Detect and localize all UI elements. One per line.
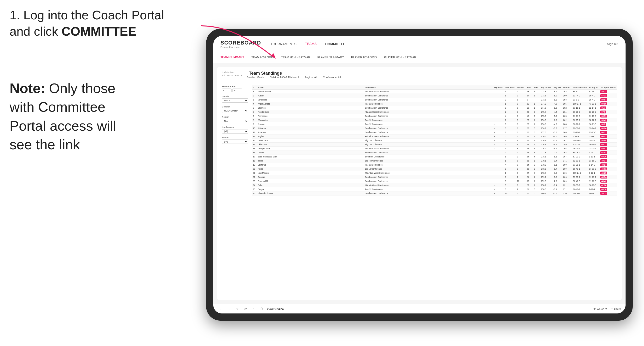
- table-cell: 8: [252, 118, 256, 122]
- table-cell: 9: [516, 171, 525, 175]
- conference-filter-group: Conference (All): [222, 126, 248, 134]
- table-cell: 8: [516, 98, 525, 102]
- toolbar-share-small[interactable]: ↑: [251, 307, 256, 311]
- table-header: # School Conference Reg Rank Conf Rank N…: [252, 85, 617, 90]
- division-select[interactable]: NCAA Division I: [222, 109, 248, 113]
- table-cell: 23: [525, 90, 532, 94]
- table-cell: –: [492, 159, 504, 163]
- table-row: 20TexasBig 12 Conference–39286278.9-0.72…: [252, 167, 617, 171]
- table-cell: 6: [252, 110, 256, 114]
- table-cell: 83-15-0: [572, 135, 588, 139]
- step-instruction: 1. Log into the Coach Portal and click C…: [10, 7, 172, 39]
- toolbar-back[interactable]: ←: [218, 307, 224, 311]
- table-cell: –: [492, 163, 504, 167]
- toolbar-reload[interactable]: ↻: [235, 307, 240, 311]
- table-cell: Texas: [256, 167, 364, 171]
- table-cell: 10: [516, 179, 525, 183]
- table-cell: 10: [252, 126, 256, 130]
- table-cell: Big 12 Conference: [364, 143, 493, 147]
- toolbar-forward[interactable]: →: [226, 307, 232, 311]
- table-row: 4Arizona StatePac-12 Conference–18261274…: [252, 102, 617, 106]
- subnav-team-summary[interactable]: TEAM SUMMARY: [220, 55, 244, 60]
- table-cell: 9: [516, 183, 525, 187]
- table-cell: 7: [504, 151, 516, 155]
- subnav-team-h2h-heatmap[interactable]: TEAM H2H HEATMAP: [281, 55, 310, 60]
- sign-out-link[interactable]: Sign out: [607, 42, 618, 46]
- table-cell: –: [492, 155, 504, 159]
- table-cell: 9: [516, 155, 525, 159]
- nav-teams[interactable]: TEAMS: [305, 41, 316, 47]
- table-cell: 13-15-0: [588, 159, 599, 163]
- table-cell: 17-9-0: [588, 135, 599, 139]
- table-row: 3VanderbiltSoutheastern Conference–28627…: [252, 98, 617, 102]
- table-cell: –: [492, 135, 504, 139]
- table-cell: 18: [525, 114, 532, 118]
- table-cell: 273.8: [540, 98, 552, 102]
- table-cell: Alabama: [256, 126, 364, 130]
- table-cell: -3.5: [552, 139, 562, 143]
- table-cell: Virginia: [256, 135, 364, 139]
- table-cell: New Mexico: [256, 171, 364, 175]
- table-cell: 262: [562, 106, 572, 110]
- standings-title: Team Standings: [249, 71, 341, 76]
- subnav-player-summary[interactable]: PLAYER SUMMARY: [317, 55, 344, 60]
- table-cell: 2: [532, 110, 540, 114]
- table-cell: 260: [562, 94, 572, 98]
- table-cell: -0.4: [552, 183, 562, 187]
- toolbar-clock[interactable]: ◯: [258, 307, 264, 311]
- table-cell: 9-19-1: [588, 187, 599, 191]
- top-nav: SCOREBOARD Powered by clippd TOURNAMENTS…: [213, 36, 626, 52]
- nav-committee[interactable]: COMMITTEE: [325, 41, 345, 47]
- table-cell: 66-40-1: [572, 187, 588, 191]
- table-cell: Duke: [256, 183, 364, 187]
- table-cell: 9: [252, 122, 256, 126]
- school-select[interactable]: (All): [222, 140, 248, 144]
- toolbar-bookmark[interactable]: ☍: [243, 307, 248, 311]
- table-row: 23Texas A&MSoutheastern Conference–91030…: [252, 179, 617, 183]
- table-cell: –: [492, 114, 504, 118]
- table-cell: -2.9: [552, 151, 562, 155]
- table-cell: 93-6-0: [572, 98, 588, 102]
- table-cell: Southeastern Conference: [364, 130, 493, 135]
- table-cell: 28: [525, 167, 532, 171]
- gender-select[interactable]: Men's: [222, 98, 248, 103]
- table-cell: 1: [532, 179, 540, 183]
- conference-select[interactable]: (All): [222, 129, 248, 134]
- table-cell: 1: [504, 159, 516, 163]
- table-cell: 4: [532, 147, 540, 151]
- table-cell: 43-23-1: [588, 102, 599, 106]
- division-filter-label: Division: NCAA Division I: [270, 76, 299, 79]
- table-cell: 10-23-0: [588, 183, 599, 187]
- table-cell: 4: [504, 147, 516, 151]
- table-cell: 7: [252, 114, 256, 118]
- table-cell: Illinois: [256, 159, 364, 163]
- table-cell: 117-4-0: [572, 94, 588, 98]
- region-select[interactable]: N/A: [222, 119, 248, 123]
- table-body: 1North CarolinaAtlantic Coast Conference…: [252, 90, 617, 195]
- table-cell: 21: [252, 171, 256, 175]
- table-cell: 3: [532, 126, 540, 130]
- toolbar-watch[interactable]: 👁 Watch ▼: [594, 308, 608, 310]
- table-cell: 274.2: [540, 102, 552, 106]
- table-cell: 20: [525, 110, 532, 114]
- subnav-player-h2h-grid[interactable]: PLAYER H2H GRID: [351, 55, 377, 60]
- region-filter-group: Region N/A: [222, 116, 248, 123]
- nav-tournaments[interactable]: TOURNAMENTS: [270, 41, 296, 47]
- col-conf-rank: Conf Rank: [504, 85, 516, 90]
- table-cell: 7: [516, 175, 525, 179]
- table-row: 18IllinoisBig Ten Conference–18231279.1-…: [252, 159, 617, 163]
- subnav-player-h2h-heatmap[interactable]: PLAYER H2H HEATMAP: [384, 55, 416, 60]
- subnav-team-h2h-grid[interactable]: TEAM H2H GRID: [252, 55, 274, 60]
- table-cell: 30-15-1: [588, 143, 599, 147]
- table-cell: Texas Tech: [256, 139, 364, 143]
- table-cell: 23: [252, 179, 256, 183]
- table-cell: 265: [562, 102, 572, 106]
- min-rounds-min[interactable]: [222, 89, 232, 92]
- tablet-frame: SCOREBOARD Powered by clippd TOURNAMENTS…: [206, 29, 633, 321]
- table-cell: 11: [252, 130, 256, 135]
- table-cell: 61-21-0: [572, 114, 588, 118]
- min-rounds-max[interactable]: [232, 89, 242, 92]
- toolbar-share-btn[interactable]: ⇧ Share: [611, 307, 621, 310]
- toolbar-view[interactable]: View: Original: [267, 308, 284, 310]
- table-cell: 8: [516, 118, 525, 122]
